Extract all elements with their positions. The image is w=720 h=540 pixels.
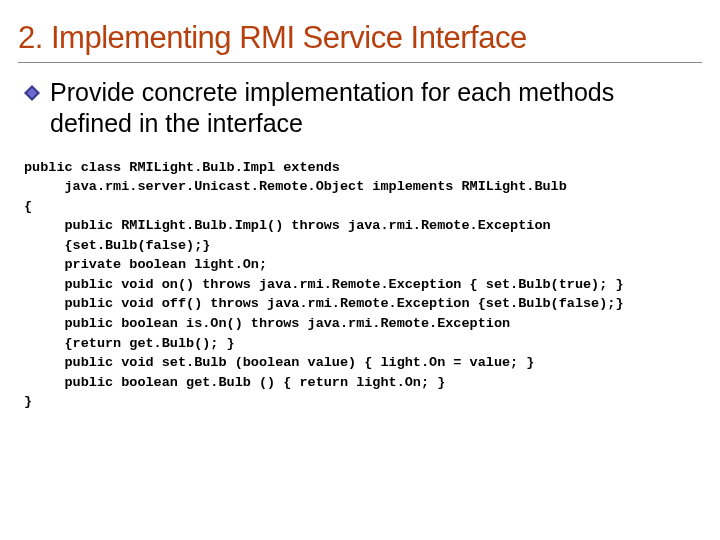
diamond-bullet-icon xyxy=(24,85,40,105)
code-block: public class RMILight.Bulb.Impl extends … xyxy=(24,158,702,412)
slide-title: 2. Implementing RMI Service Interface xyxy=(18,20,702,56)
bullet-text: Provide concrete implementation for each… xyxy=(50,77,702,140)
title-divider xyxy=(18,62,702,63)
bullet-item: Provide concrete implementation for each… xyxy=(24,77,702,140)
